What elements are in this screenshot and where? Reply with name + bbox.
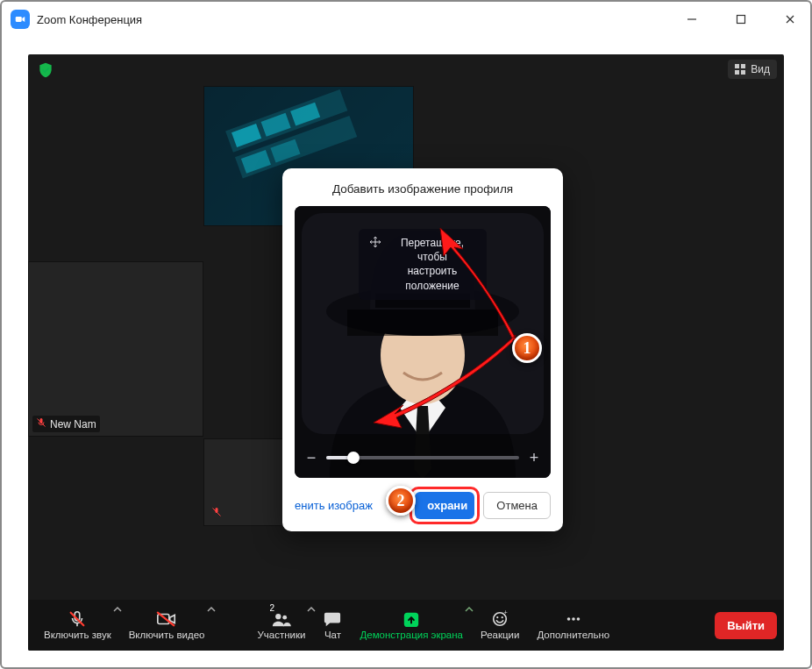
dialog-button-row: енить изображ охрани Отмена	[295, 492, 551, 519]
share-label: Демонстрация экрана	[360, 630, 463, 640]
close-button[interactable]	[779, 8, 801, 31]
zoom-in-button[interactable]: +	[528, 450, 540, 466]
svg-rect-8	[741, 70, 745, 75]
svg-rect-0	[16, 17, 22, 22]
save-label: охрани	[427, 499, 467, 512]
svg-point-28	[502, 616, 503, 618]
svg-rect-5	[735, 64, 739, 68]
zoom-out-button[interactable]: −	[305, 450, 317, 466]
svg-point-30	[567, 617, 571, 621]
meeting-topbar: Вид	[28, 54, 784, 86]
reactions-label: Реакции	[481, 630, 519, 640]
zoom-app-icon	[11, 10, 30, 29]
image-crop-area[interactable]: Перетащите, чтобы настроить положение − …	[295, 206, 551, 478]
svg-rect-6	[741, 64, 745, 68]
save-button[interactable]: охрани	[415, 492, 474, 519]
mic-muted-icon	[68, 610, 87, 628]
audio-button[interactable]: Включить звук	[35, 600, 120, 651]
svg-point-31	[572, 617, 575, 621]
svg-point-23	[275, 614, 281, 619]
more-icon	[564, 610, 583, 628]
svg-point-27	[496, 616, 498, 618]
drag-hint-line2: настроить положение	[405, 265, 459, 291]
svg-rect-2	[737, 16, 745, 24]
svg-point-24	[282, 616, 287, 620]
view-label: Вид	[751, 63, 770, 75]
window-title: Zoom Конференция	[37, 13, 142, 26]
maximize-button[interactable]	[730, 8, 752, 31]
mic-muted-icon	[211, 507, 222, 520]
svg-text:+: +	[504, 610, 508, 616]
participants-label: Участники	[258, 630, 306, 640]
chat-label: Чат	[324, 630, 341, 640]
save-button-highlight: охрани	[415, 492, 474, 519]
minimize-button[interactable]	[680, 8, 703, 31]
chat-button[interactable]: Чат	[314, 600, 351, 651]
reactions-icon: +	[490, 610, 509, 628]
more-label: Дополнительно	[537, 630, 609, 640]
zoom-slider[interactable]	[326, 456, 519, 459]
svg-rect-37	[347, 310, 498, 336]
participant-name-tag: New Nam	[32, 416, 100, 432]
view-mode-button[interactable]: Вид	[728, 60, 777, 79]
svg-rect-7	[735, 70, 739, 75]
video-tile-left[interactable]: New Nam	[28, 261, 203, 437]
chevron-up-icon[interactable]	[207, 605, 216, 616]
window-controls	[680, 8, 801, 31]
share-screen-button[interactable]: Демонстрация экрана	[351, 600, 472, 651]
mic-muted-icon	[36, 417, 46, 431]
leave-label: Выйти	[727, 619, 765, 632]
add-profile-image-dialog: Добавить изображение профиля	[282, 168, 563, 531]
zoom-meeting-window: Вид	[28, 54, 784, 651]
drag-hint-tooltip: Перетащите, чтобы настроить положение	[359, 229, 487, 300]
titlebar: Zoom Конференция	[2, 2, 810, 37]
window-frame: Zoom Конференция Вид	[0, 0, 812, 669]
chat-icon	[323, 610, 342, 628]
participants-button[interactable]: 2 Участники	[249, 600, 315, 651]
cancel-label: Отмена	[496, 499, 538, 512]
meeting-toolbar: Включить звук Включить видео 2 Участники	[28, 600, 784, 651]
audio-label: Включить звук	[44, 630, 111, 640]
participant-name: New Nam	[50, 418, 96, 431]
drag-hint-line1: Перетащите, чтобы	[401, 237, 464, 263]
video-button[interactable]: Включить видео	[120, 600, 214, 651]
grid-icon	[735, 64, 745, 75]
move-icon	[369, 236, 381, 252]
participant-name-tag	[208, 505, 225, 522]
share-screen-icon	[402, 610, 421, 628]
participants-count: 2	[270, 603, 275, 613]
cancel-button[interactable]: Отмена	[483, 492, 551, 519]
camera-off-icon	[156, 610, 177, 628]
participants-icon	[271, 610, 292, 628]
zoom-slider-thumb[interactable]	[347, 452, 360, 464]
change-image-link[interactable]: енить изображ	[295, 499, 373, 512]
zoom-slider-row: − +	[305, 450, 540, 466]
encryption-shield-icon[interactable]	[37, 61, 54, 82]
dialog-title: Добавить изображение профиля	[295, 182, 551, 196]
svg-point-32	[576, 617, 580, 621]
more-button[interactable]: Дополнительно	[528, 600, 618, 651]
video-label: Включить видео	[129, 630, 205, 640]
reactions-button[interactable]: + Реакции	[472, 600, 528, 651]
leave-button[interactable]: Выйти	[715, 612, 777, 639]
